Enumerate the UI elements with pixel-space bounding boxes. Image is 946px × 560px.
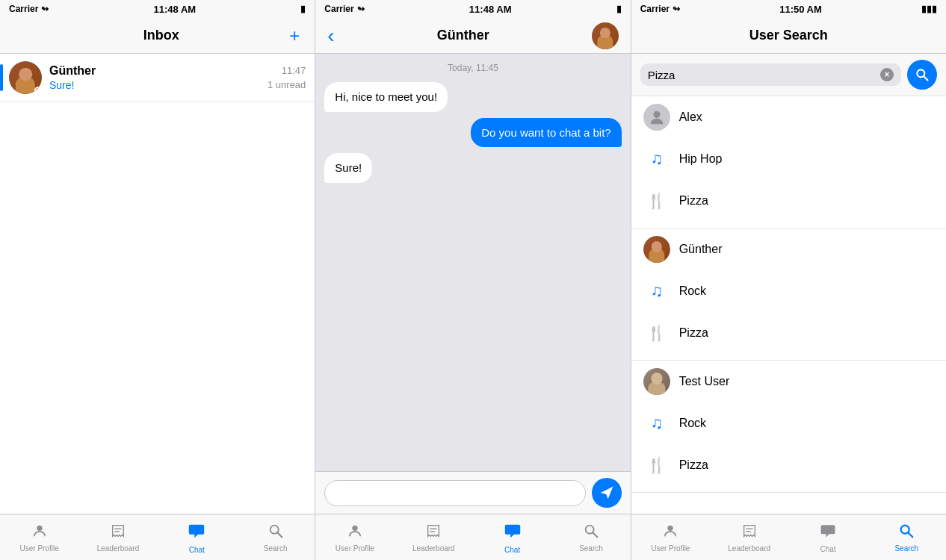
- tab-label-leaderboard-3: Leaderboard: [728, 544, 770, 553]
- inbox-item-unread: 1 unread: [268, 79, 306, 90]
- search-tab-bar: User Profile Leaderboard: [631, 514, 946, 560]
- status-time-1: 11:48 AM: [154, 4, 197, 15]
- user-search-input[interactable]: [648, 69, 876, 81]
- wifi-icon-2: ↬: [357, 4, 365, 14]
- battery-icon-1: ▮: [300, 4, 306, 14]
- result-item-testuser[interactable]: Test User: [631, 361, 946, 402]
- svg-point-12: [653, 111, 660, 118]
- status-left-1: Carrier ↬: [9, 4, 49, 14]
- tab-user-profile-1[interactable]: User Profile: [0, 514, 78, 560]
- tab-label-search-2: Search: [579, 544, 603, 553]
- carrier-label-2: Carrier: [324, 4, 353, 14]
- inbox-nav-bar: Inbox +: [0, 18, 315, 54]
- bubble-sent-1: Do you want to chat a bit?: [471, 118, 621, 148]
- result-name-testuser: Test User: [679, 375, 730, 388]
- user-profile-icon-3: [662, 523, 678, 542]
- status-right-2: ▮: [616, 4, 622, 14]
- user-profile-icon-2: [347, 523, 363, 542]
- tab-user-profile-3[interactable]: User Profile: [631, 514, 710, 560]
- search-icon-1: [268, 523, 284, 542]
- leaderboard-icon-3: [741, 523, 758, 542]
- result-music-gunther: Rock: [679, 284, 706, 298]
- tab-label-search-1: Search: [264, 544, 288, 553]
- add-conversation-button[interactable]: +: [286, 25, 303, 46]
- result-music-testuser: Rock: [679, 417, 706, 430]
- chat-title: Günther: [437, 28, 489, 43]
- svg-line-4: [277, 532, 282, 537]
- chat-nav-bar: ‹ Günther: [315, 18, 630, 54]
- send-button[interactable]: [592, 478, 622, 508]
- chat-message-input[interactable]: [324, 480, 585, 506]
- music-note-icon-2: ♫: [643, 278, 670, 305]
- search-input-wrap: ×: [640, 63, 901, 86]
- tab-chat-1[interactable]: Chat: [158, 514, 236, 560]
- result-music-alex: Hip Hop: [679, 152, 723, 166]
- result-item-alex-music[interactable]: ♫ Hip Hop: [631, 138, 946, 180]
- tab-label-search-3: Search: [894, 544, 918, 553]
- tab-leaderboard-1[interactable]: Leaderboard: [78, 514, 157, 560]
- result-name-alex: Alex: [679, 111, 702, 124]
- status-bar-3: Carrier ↬ 11:50 AM ▮▮▮: [631, 0, 946, 18]
- tab-label-user-profile-3: User Profile: [651, 544, 690, 553]
- tab-label-chat-1: Chat: [189, 546, 205, 554]
- status-time-2: 11:48 AM: [469, 4, 512, 15]
- chat-messages: Today, 11:45 Hi, nice to meet you! Do yo…: [315, 54, 630, 471]
- music-note-icon-3: ♫: [643, 410, 670, 437]
- chat-avatar[interactable]: [592, 22, 619, 49]
- unread-indicator: [0, 64, 3, 91]
- chat-icon-2: [503, 521, 522, 544]
- status-left-3: Carrier ↬: [640, 4, 680, 14]
- chat-tab-bar: User Profile Leaderboard: [315, 514, 630, 560]
- status-bar-1: Carrier ↬ 11:48 AM ▮: [0, 0, 315, 18]
- result-name-gunther: Günther: [679, 243, 723, 256]
- result-food-gunther: Pizza: [679, 326, 708, 340]
- inbox-item-preview: Sure!: [49, 79, 268, 91]
- tab-search-1[interactable]: Search: [236, 514, 315, 560]
- result-item-testuser-music[interactable]: ♫ Rock: [631, 402, 946, 444]
- search-bar-container: ×: [631, 54, 946, 96]
- result-item-gunther[interactable]: Günther: [631, 228, 946, 270]
- tab-search-3[interactable]: Search: [868, 514, 946, 560]
- inbox-item-info: Günther Sure!: [49, 64, 268, 91]
- carrier-label-3: Carrier: [640, 4, 670, 14]
- inbox-title: Inbox: [143, 28, 179, 43]
- search-screen: Carrier ↬ 11:50 AM ▮▮▮ User Search ×: [631, 0, 946, 560]
- fork-knife-icon-1: 🍴: [643, 187, 670, 214]
- search-results-list: Alex ♫ Hip Hop 🍴 Pizza Günther: [631, 96, 946, 514]
- result-group-testuser: Test User ♫ Rock 🍴 Pizza: [631, 361, 946, 493]
- svg-line-9: [593, 532, 598, 537]
- back-button[interactable]: ‹: [327, 24, 334, 48]
- wifi-icon-3: ↬: [673, 4, 680, 14]
- tab-leaderboard-3[interactable]: Leaderboard: [710, 514, 788, 560]
- tab-search-2[interactable]: Search: [551, 514, 630, 560]
- user-profile-icon-1: [31, 523, 48, 542]
- tab-label-leaderboard-2: Leaderboard: [412, 544, 455, 553]
- inbox-item-gunther[interactable]: Günther Sure! 11:47 1 unread: [0, 54, 315, 102]
- tab-chat-3[interactable]: Chat: [788, 514, 867, 560]
- svg-line-17: [909, 532, 913, 537]
- tab-leaderboard-2[interactable]: Leaderboard: [395, 514, 473, 560]
- result-item-testuser-food[interactable]: 🍴 Pizza: [631, 444, 946, 486]
- bubble-received-2: Sure!: [324, 153, 372, 183]
- status-right-3: ▮▮▮: [921, 4, 937, 14]
- send-icon: [599, 485, 614, 500]
- tab-chat-2[interactable]: Chat: [473, 514, 551, 560]
- tab-label-chat-2: Chat: [504, 546, 520, 554]
- tab-user-profile-2[interactable]: User Profile: [315, 514, 394, 560]
- status-time-3: 11:50 AM: [779, 4, 822, 15]
- result-item-alex-food[interactable]: 🍴 Pizza: [631, 180, 946, 222]
- tab-label-user-profile-2: User Profile: [336, 544, 374, 553]
- clear-search-button[interactable]: ×: [880, 68, 894, 81]
- red-dot: [34, 87, 42, 94]
- tab-label-leaderboard-1: Leaderboard: [97, 544, 140, 553]
- tab-label-chat-3: Chat: [820, 545, 835, 553]
- result-avatar-testuser: [643, 368, 670, 395]
- chat-date-label: Today, 11:45: [324, 63, 621, 73]
- battery-icon-3: ▮▮▮: [921, 4, 937, 14]
- result-item-gunther-food[interactable]: 🍴 Pizza: [631, 312, 946, 354]
- result-item-gunther-music[interactable]: ♫ Rock: [631, 270, 946, 312]
- chat-icon-1: [187, 521, 206, 544]
- result-food-alex: Pizza: [679, 194, 708, 208]
- search-go-button[interactable]: [907, 60, 937, 90]
- result-item-alex[interactable]: Alex: [631, 96, 946, 138]
